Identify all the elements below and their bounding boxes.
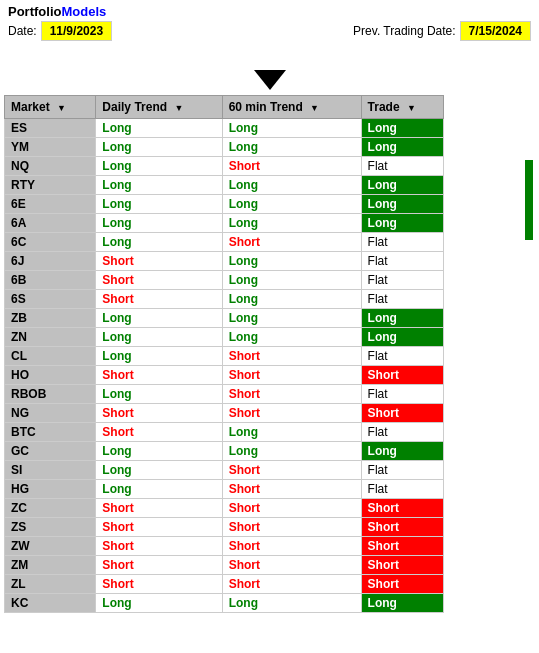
cell-60min-trend: Short (222, 499, 361, 518)
cell-60min-trend: Short (222, 347, 361, 366)
cell-60min-trend: Short (222, 404, 361, 423)
cell-market: ZL (5, 575, 96, 594)
arrow-container (0, 45, 539, 95)
cell-60min-trend: Short (222, 385, 361, 404)
cell-market: RTY (5, 176, 96, 195)
cell-trade: Short (361, 499, 443, 518)
cell-daily-trend: Long (96, 461, 222, 480)
header-market[interactable]: Market ▼ (5, 96, 96, 119)
table-container: Market ▼ Daily Trend ▼ 60 min Trend ▼ Tr… (0, 95, 539, 613)
table-row: ZMShortShortShort (5, 556, 444, 575)
current-date: 11/9/2023 (41, 21, 112, 41)
prev-date-label: Prev. Trading Date: (353, 24, 456, 38)
table-row: ESLongLongLong (5, 119, 444, 138)
cell-60min-trend: Short (222, 233, 361, 252)
cell-market: 6B (5, 271, 96, 290)
cell-daily-trend: Short (96, 366, 222, 385)
cell-market: YM (5, 138, 96, 157)
cell-60min-trend: Short (222, 366, 361, 385)
cell-market: ZM (5, 556, 96, 575)
cell-60min-trend: Long (222, 328, 361, 347)
cell-daily-trend: Long (96, 195, 222, 214)
table-header-row: Market ▼ Daily Trend ▼ 60 min Trend ▼ Tr… (5, 96, 444, 119)
table-row: 6SShortLongFlat (5, 290, 444, 309)
cell-market: KC (5, 594, 96, 613)
table-row: 6BShortLongFlat (5, 271, 444, 290)
table-row: KCLongLongLong (5, 594, 444, 613)
cell-trade: Short (361, 404, 443, 423)
cell-market: RBOB (5, 385, 96, 404)
cell-market: NG (5, 404, 96, 423)
cell-market: ZC (5, 499, 96, 518)
table-row: BTCShortLongFlat (5, 423, 444, 442)
cell-market: ZS (5, 518, 96, 537)
cell-daily-trend: Short (96, 518, 222, 537)
table-row: ZCShortShortShort (5, 499, 444, 518)
cell-daily-trend: Short (96, 252, 222, 271)
cell-60min-trend: Long (222, 309, 361, 328)
cell-trade: Short (361, 518, 443, 537)
table-row: ZSShortShortShort (5, 518, 444, 537)
cell-daily-trend: Long (96, 138, 222, 157)
cell-trade: Long (361, 119, 443, 138)
cell-daily-trend: Long (96, 442, 222, 461)
cell-60min-trend: Long (222, 442, 361, 461)
cell-60min-trend: Long (222, 176, 361, 195)
cell-trade: Flat (361, 290, 443, 309)
cell-trade: Flat (361, 157, 443, 176)
cell-60min-trend: Short (222, 518, 361, 537)
cell-trade: Long (361, 214, 443, 233)
cell-trade: Short (361, 366, 443, 385)
cell-60min-trend: Long (222, 423, 361, 442)
table-row: RBOBLongShortFlat (5, 385, 444, 404)
prev-date: 7/15/2024 (460, 21, 531, 41)
daily-trend-dropdown-icon[interactable]: ▼ (174, 103, 183, 113)
header-60min-trend[interactable]: 60 min Trend ▼ (222, 96, 361, 119)
cell-market: HG (5, 480, 96, 499)
header-trade[interactable]: Trade ▼ (361, 96, 443, 119)
cell-60min-trend: Short (222, 556, 361, 575)
title-portfolio: Portfolio (8, 4, 61, 19)
header-daily-trend[interactable]: Daily Trend ▼ (96, 96, 222, 119)
cell-daily-trend: Long (96, 157, 222, 176)
cell-daily-trend: Long (96, 385, 222, 404)
right-side-bar (525, 160, 533, 240)
market-dropdown-icon[interactable]: ▼ (57, 103, 66, 113)
trade-dropdown-icon[interactable]: ▼ (407, 103, 416, 113)
cell-trade: Long (361, 138, 443, 157)
cell-market: BTC (5, 423, 96, 442)
cell-60min-trend: Long (222, 214, 361, 233)
cell-60min-trend: Short (222, 480, 361, 499)
table-row: 6JShortLongFlat (5, 252, 444, 271)
cell-market: 6S (5, 290, 96, 309)
cell-60min-trend: Short (222, 575, 361, 594)
cell-market: 6E (5, 195, 96, 214)
cell-60min-trend: Long (222, 290, 361, 309)
cell-daily-trend: Long (96, 347, 222, 366)
cell-market: ZN (5, 328, 96, 347)
table-row: ZBLongLongLong (5, 309, 444, 328)
table-row: NGShortShortShort (5, 404, 444, 423)
cell-trade: Short (361, 556, 443, 575)
cell-60min-trend: Long (222, 252, 361, 271)
cell-trade: Short (361, 575, 443, 594)
cell-daily-trend: Long (96, 309, 222, 328)
cell-60min-trend: Long (222, 138, 361, 157)
table-row: ZLShortShortShort (5, 575, 444, 594)
cell-trade: Short (361, 537, 443, 556)
cell-trade: Flat (361, 252, 443, 271)
cell-daily-trend: Long (96, 480, 222, 499)
60min-trend-dropdown-icon[interactable]: ▼ (310, 103, 319, 113)
cell-60min-trend: Short (222, 537, 361, 556)
cell-trade: Flat (361, 423, 443, 442)
cell-market: CL (5, 347, 96, 366)
cell-daily-trend: Long (96, 233, 222, 252)
cell-market: NQ (5, 157, 96, 176)
cell-60min-trend: Long (222, 271, 361, 290)
title-models: Models (61, 4, 106, 19)
table-row: GCLongLongLong (5, 442, 444, 461)
cell-daily-trend: Long (96, 594, 222, 613)
cell-daily-trend: Long (96, 214, 222, 233)
cell-60min-trend: Long (222, 119, 361, 138)
date-label: Date: (8, 24, 37, 38)
